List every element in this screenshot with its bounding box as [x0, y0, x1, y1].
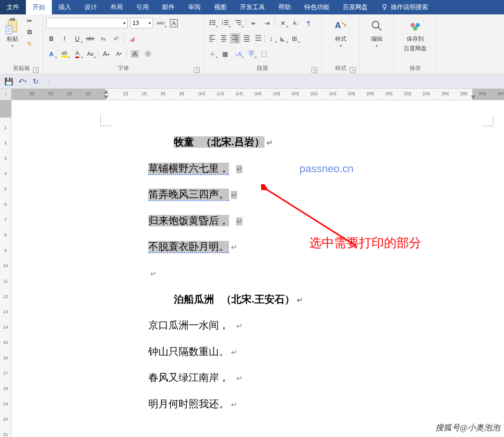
clear-format-button[interactable]: ◢ — [127, 33, 137, 44]
highlight-button[interactable]: ab — [59, 48, 70, 59]
distribute-icon — [254, 34, 262, 43]
chevron-down-icon: ▾ — [340, 44, 342, 48]
tab-help[interactable]: 帮助 — [272, 0, 298, 14]
textdir2-icon: 字 — [248, 49, 254, 58]
borders-button[interactable]: ⊞ — [289, 33, 300, 44]
text-effects-button[interactable]: A — [46, 48, 57, 59]
shrink-font-button[interactable]: A▾ — [114, 48, 124, 59]
subscript-button[interactable]: x₂ — [98, 33, 108, 44]
grow-font-button[interactable]: A▴ — [101, 48, 111, 59]
char-border-icon: A — [170, 19, 178, 27]
select-icon: ⬚ — [261, 50, 267, 58]
pinyin-icon: wén — [157, 21, 165, 25]
save-baidu-button[interactable]: 保存到 百度网盘 — [402, 16, 429, 55]
enclosed-char-button[interactable]: ㊎ — [143, 48, 153, 59]
quick-access-toolbar: 💾 ↶▾ ↻ ⋮ — [0, 74, 504, 89]
save-icon: 💾 — [4, 77, 13, 86]
change-case-button[interactable]: Aa — [85, 48, 96, 59]
tab-baidu[interactable]: 百度网盘 — [336, 0, 374, 14]
show-marks-button[interactable]: ¶ — [303, 18, 314, 28]
char-shading-button[interactable]: A — [130, 48, 140, 59]
highlight-icon: ab — [61, 50, 67, 58]
increase-indent-button[interactable]: ⇥ — [262, 18, 272, 28]
group-baidu: 保存到 百度网盘 保存 — [394, 14, 437, 74]
hruler-tick: |20| — [292, 91, 299, 96]
shading-button[interactable]: ◣ — [277, 33, 288, 44]
hruler-tick: |2| — [123, 91, 128, 96]
styles-button[interactable]: A 样式 ▾ — [331, 16, 350, 50]
clipboard-dialog-launcher[interactable]: ↘ — [33, 67, 39, 73]
sort2-button[interactable]: ↓A — [233, 48, 243, 59]
tab-special[interactable]: 特色功能 — [298, 0, 336, 14]
copy-button[interactable]: ⧉ — [25, 28, 34, 36]
svg-text:A: A — [335, 21, 341, 30]
font-dialog-launcher[interactable]: ↘ — [194, 67, 200, 73]
distribute-button[interactable] — [253, 33, 264, 44]
bullets-button[interactable] — [207, 18, 217, 28]
justify-button[interactable] — [241, 33, 252, 44]
vruler-tick: 8 — [0, 233, 11, 237]
credit-text: 搜狐号@小奥泡泡 — [435, 422, 500, 433]
tell-me-search[interactable]: 操作说明搜索 — [374, 0, 435, 14]
svg-point-8 — [210, 24, 211, 25]
decrease-indent-button[interactable]: ⇤ — [249, 18, 259, 28]
textdir-button[interactable]: ✕ — [277, 18, 288, 28]
strike-button[interactable]: abc — [85, 33, 96, 44]
hruler-tick: |36| — [442, 91, 449, 96]
svg-point-20 — [372, 21, 379, 28]
tab-home[interactable]: 开始 — [26, 0, 52, 14]
cut-button[interactable]: ✂ — [25, 16, 34, 25]
tab-review[interactable]: 审阅 — [181, 0, 207, 14]
svg-rect-13 — [224, 22, 228, 23]
tab-layout[interactable]: 布局 — [104, 0, 130, 14]
align-center-button[interactable] — [218, 33, 229, 44]
ruler-grid-button[interactable]: ▦ — [220, 48, 230, 59]
tab-view[interactable]: 视图 — [207, 0, 233, 14]
bold-button[interactable]: B — [46, 33, 57, 44]
paste-button[interactable]: 粘贴 ▾ — [3, 16, 22, 50]
align-left-button[interactable] — [207, 33, 217, 44]
select-pane-button[interactable]: ⬚ — [259, 48, 269, 59]
tab-references[interactable]: 引用 — [130, 0, 156, 14]
tab-design[interactable]: 设计 — [78, 0, 104, 14]
styles-dialog-launcher[interactable]: ↘ — [350, 67, 356, 73]
sort-button[interactable]: A↓ — [290, 18, 301, 28]
underline-button[interactable]: U — [72, 33, 83, 44]
chevron-down-icon: ▾ — [149, 21, 151, 25]
multilevel-button[interactable] — [233, 18, 243, 28]
vruler-tick: 9 — [0, 248, 11, 253]
line-spacing-button[interactable]: ↕ — [266, 33, 276, 44]
tab-selector[interactable]: └ — [0, 89, 11, 100]
tab-dev[interactable]: 开发工具 — [233, 0, 272, 14]
align-right-button[interactable] — [230, 33, 240, 44]
menu-file[interactable]: 文件 — [0, 0, 26, 14]
vruler-tick: 6 — [0, 202, 11, 207]
chevron-down-icon: ▾ — [123, 21, 125, 25]
qat-more-button[interactable]: ⋮ — [44, 77, 54, 86]
char-border-button[interactable]: A — [168, 18, 179, 28]
document-area[interactable]: 牧童 （北宋.吕岩）↵ 草铺横野六七里， ↵ 笛弄晚风三四声。↵ 归来饱饭黄昏后… — [12, 100, 504, 437]
format-painter-button[interactable]: ✎ — [25, 39, 34, 48]
hruler-tick: |4| — [67, 91, 72, 96]
undo-button[interactable]: ↶▾ — [17, 77, 27, 86]
hruler-tick: |40| — [479, 91, 486, 96]
font-name-combo[interactable]: ▾ — [46, 18, 128, 28]
horizontal-ruler[interactable]: |8||6||4||2||2||4||6||8||10||12||14||16|… — [12, 89, 504, 100]
font-color-button[interactable]: A — [72, 48, 83, 59]
para-dialog-launcher[interactable]: ↘ — [312, 67, 317, 73]
snap-button[interactable]: ⊹ — [207, 48, 217, 59]
italic-button[interactable]: I — [59, 33, 70, 44]
pinyin-button[interactable]: wén — [156, 18, 166, 28]
save-button[interactable]: 💾 — [4, 77, 13, 86]
align-center-icon — [220, 34, 228, 43]
tab-mailings[interactable]: 邮件 — [156, 0, 181, 14]
group-clipboard: 粘贴 ▾ ✂ ⧉ ✎ 剪贴板↘ — [0, 14, 43, 74]
document-content[interactable]: 牧童 （北宋.吕岩）↵ 草铺横野六七里， ↵ 笛弄晚风三四声。↵ 归来饱饭黄昏后… — [148, 129, 303, 417]
redo-button[interactable]: ↻ — [31, 77, 40, 86]
tab-insert[interactable]: 插入 — [52, 0, 78, 14]
numbering-button[interactable]: 123 — [220, 18, 230, 28]
superscript-button[interactable]: x² — [111, 33, 121, 44]
editing-button[interactable]: 编辑 ▾ — [367, 16, 386, 50]
font-size-combo[interactable]: 13▾ — [130, 18, 153, 28]
textdir2-button[interactable]: 字 — [246, 48, 256, 59]
